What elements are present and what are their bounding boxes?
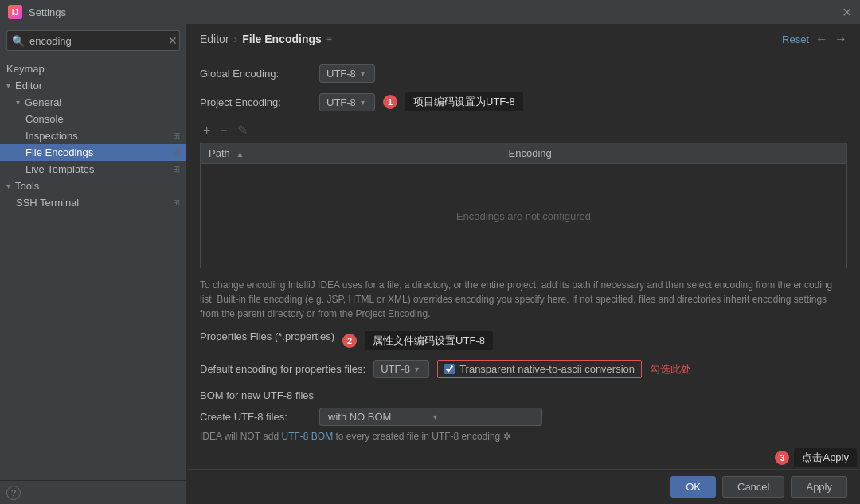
sidebar-item-file-encodings[interactable]: File Encodings ⊞ bbox=[0, 144, 186, 161]
sidebar-item-label: Inspections bbox=[25, 130, 78, 142]
header-actions: Reset ← → bbox=[782, 32, 847, 46]
sidebar-item-label: General bbox=[25, 96, 61, 108]
reset-button[interactable]: Reset bbox=[782, 33, 809, 45]
encodings-table: Path ▲ Encoding Encodings are not config… bbox=[200, 143, 847, 268]
table-empty-row: Encodings are not configured bbox=[201, 164, 847, 268]
properties-section-label: Properties Files (*.properties) bbox=[200, 330, 334, 342]
settings-icon: ⊞ bbox=[173, 197, 180, 208]
main-layout: 🔍 ✕ Keymap ▾ Editor ▾ General Console bbox=[0, 24, 860, 504]
annotation-tooltip-1: 项目编码设置为UTF-8 bbox=[405, 92, 523, 111]
search-icon: 🔍 bbox=[12, 35, 25, 47]
checkbox-label: Transparent native-to-ascii conversion bbox=[459, 363, 635, 375]
tag-icon: ≡ bbox=[326, 33, 332, 45]
global-encoding-select[interactable]: UTF-8 ▾ bbox=[319, 64, 375, 83]
default-encoding-label: Default encoding for properties files: bbox=[200, 363, 366, 375]
breadcrumb-parent: Editor bbox=[200, 33, 229, 45]
global-encoding-row: Global Encoding: UTF-8 ▾ bbox=[200, 64, 847, 83]
edit-button[interactable]: ✎ bbox=[234, 121, 251, 139]
sidebar-item-editor[interactable]: ▾ Editor bbox=[0, 77, 186, 94]
sidebar-item-label: SSH Terminal bbox=[16, 197, 79, 209]
add-button[interactable]: + bbox=[200, 122, 213, 139]
annotation-tooltip-2: 属性文件编码设置UTF-8 bbox=[365, 331, 493, 350]
global-encoding-label: Global Encoding: bbox=[200, 68, 311, 80]
sidebar-item-inspections[interactable]: Inspections ⊞ bbox=[0, 127, 186, 144]
transparent-conversion-wrapper: Transparent native-to-ascii conversion bbox=[437, 360, 642, 378]
remove-button[interactable]: − bbox=[217, 122, 230, 139]
chevron-down-icon: ▾ bbox=[361, 69, 365, 78]
settings-icon: ⊞ bbox=[173, 131, 180, 141]
create-utf8-select[interactable]: with NO BOM ▾ bbox=[319, 408, 542, 426]
sidebar-item-live-templates[interactable]: Live Templates ⊞ bbox=[0, 161, 186, 178]
sort-arrow-icon: ▲ bbox=[236, 150, 244, 158]
bom-section-label: BOM for new UTF-8 files bbox=[200, 389, 847, 401]
table-empty-message: Encodings are not configured bbox=[209, 168, 838, 264]
create-utf8-label: Create UTF-8 files: bbox=[200, 411, 311, 423]
search-box[interactable]: 🔍 ✕ bbox=[6, 30, 180, 51]
sidebar-item-label: Keymap bbox=[6, 63, 45, 75]
annotation-red-text: 勾选此处 bbox=[650, 362, 691, 377]
close-button[interactable]: ✕ bbox=[842, 5, 852, 20]
help-button[interactable]: ? bbox=[6, 486, 21, 500]
annotation-tooltip-3: 点击Apply bbox=[794, 448, 857, 467]
col-encoding: Encoding bbox=[501, 143, 847, 164]
annotation-badge-1: 1 bbox=[383, 95, 397, 109]
settings-icon: ⊞ bbox=[173, 147, 180, 158]
chevron-down-icon: ▾ bbox=[415, 365, 419, 373]
create-utf8-row: Create UTF-8 files: with NO BOM ▾ bbox=[200, 408, 847, 426]
sidebar-item-label: Editor bbox=[15, 80, 42, 92]
sidebar-item-console[interactable]: Console bbox=[0, 111, 186, 127]
sidebar-item-label: Tools bbox=[15, 180, 39, 192]
title-bar: IJ Settings ✕ bbox=[0, 0, 860, 24]
sidebar: 🔍 ✕ Keymap ▾ Editor ▾ General Console bbox=[0, 24, 187, 504]
settings-icon: ⊞ bbox=[173, 164, 180, 174]
breadcrumb: Editor › File Encodings ≡ bbox=[200, 33, 332, 45]
bom-section: BOM for new UTF-8 files Create UTF-8 fil… bbox=[200, 389, 847, 442]
sidebar-item-keymap[interactable]: Keymap bbox=[0, 61, 186, 77]
dialog-buttons: OK Cancel Apply bbox=[187, 469, 860, 504]
sidebar-item-tools[interactable]: ▾ Tools bbox=[0, 178, 186, 194]
expand-arrow-icon: ▾ bbox=[6, 81, 10, 90]
dialog-bottom: 3 点击Apply OK Cancel Apply bbox=[187, 448, 860, 504]
sidebar-item-ssh-terminal[interactable]: SSH Terminal ⊞ bbox=[0, 194, 186, 211]
expand-arrow-icon: ▾ bbox=[6, 182, 10, 190]
breadcrumb-current: File Encodings bbox=[242, 33, 322, 45]
sidebar-bottom: ? bbox=[0, 480, 186, 504]
ok-button[interactable]: OK bbox=[670, 476, 716, 498]
properties-section-row: Properties Files (*.properties) 2 属性文件编码… bbox=[200, 330, 847, 350]
content-area: Editor › File Encodings ≡ Reset ← → Glob… bbox=[187, 24, 860, 504]
bom-info-text: IDEA will NOT add UTF-8 BOM to every cre… bbox=[200, 431, 847, 442]
sidebar-tree: Keymap ▾ Editor ▾ General Console Inspec… bbox=[0, 57, 186, 480]
search-input[interactable] bbox=[29, 35, 163, 47]
step3-annotation: 3 点击Apply bbox=[187, 448, 860, 467]
chevron-down-icon: ▾ bbox=[433, 412, 534, 421]
sidebar-item-label: File Encodings bbox=[25, 147, 93, 158]
default-encoding-row: Default encoding for properties files: U… bbox=[200, 360, 847, 378]
content-header: Editor › File Encodings ≡ Reset ← → bbox=[187, 24, 860, 53]
nav-back-button[interactable]: ← bbox=[815, 32, 828, 46]
sidebar-item-label: Console bbox=[25, 113, 64, 125]
window-title: Settings bbox=[29, 6, 66, 18]
annotation-badge-2: 2 bbox=[342, 334, 357, 348]
transparent-conversion-checkbox[interactable] bbox=[444, 364, 455, 374]
bom-link[interactable]: UTF-8 BOM bbox=[281, 431, 333, 442]
table-toolbar: + − ✎ bbox=[200, 121, 847, 139]
info-text: To change encoding IntelliJ IDEA uses fo… bbox=[200, 278, 837, 321]
apply-button[interactable]: Apply bbox=[791, 476, 847, 498]
annotation-badge-3: 3 bbox=[775, 451, 789, 465]
expand-arrow-icon: ▾ bbox=[16, 98, 20, 107]
nav-forward-button[interactable]: → bbox=[835, 32, 847, 46]
project-encoding-row: Project Encoding: UTF-8 ▾ 1 项目编码设置为UTF-8 bbox=[200, 92, 847, 111]
project-encoding-label: Project Encoding: bbox=[200, 96, 311, 108]
default-encoding-select[interactable]: UTF-8 ▾ bbox=[373, 360, 429, 378]
sidebar-item-label: Live Templates bbox=[25, 163, 94, 175]
app-logo: IJ bbox=[8, 5, 22, 19]
chevron-down-icon: ▾ bbox=[361, 98, 365, 107]
col-path: Path ▲ bbox=[201, 143, 501, 164]
content-body: Global Encoding: UTF-8 ▾ Project Encodin… bbox=[187, 53, 860, 448]
search-clear-icon[interactable]: ✕ bbox=[168, 34, 178, 47]
sidebar-item-general[interactable]: ▾ General bbox=[0, 94, 186, 111]
cancel-button[interactable]: Cancel bbox=[722, 476, 784, 498]
project-encoding-select[interactable]: UTF-8 ▾ bbox=[319, 93, 375, 111]
breadcrumb-separator: › bbox=[234, 33, 238, 45]
